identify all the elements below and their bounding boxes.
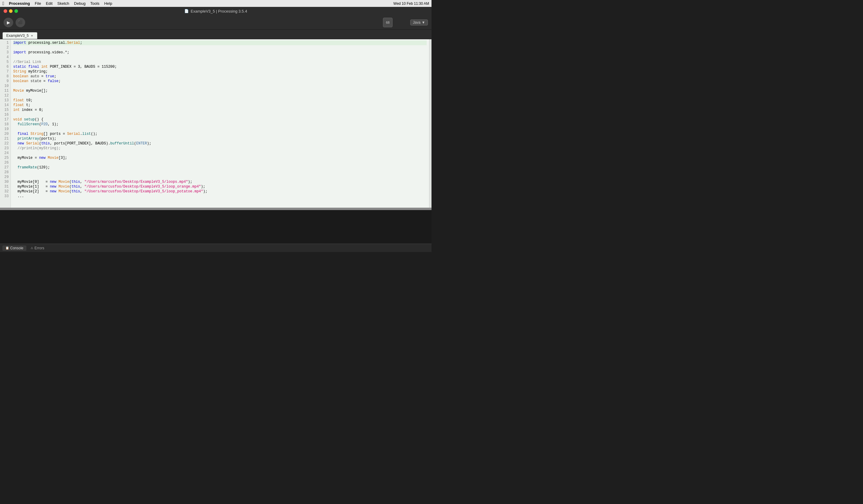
code-line-10 [13, 84, 427, 88]
console-icon: 📋 [5, 246, 9, 250]
code-line-17: void setup() { [13, 117, 427, 122]
tabs-bar: ExampleV3_5 ▼ [0, 30, 432, 39]
code-line-16 [13, 112, 427, 117]
menu-clock: Wed 10 Feb 11:30 AM [393, 1, 429, 6]
code-line-14: float t; [13, 103, 427, 108]
code-line-18: fullScreen(P2D, 1); [13, 122, 427, 127]
editor-wrapper: 1 2 3 4 5 6 7 8 9 10 11 12 13 14 15 16 1… [0, 39, 432, 252]
code-line-2 [13, 45, 427, 50]
traffic-lights [3, 9, 18, 13]
menu-bar:  Processing File Edit Sketch Debug Tool… [0, 0, 432, 7]
errors-tab[interactable]: ⚠ Errors [27, 245, 47, 251]
code-line-27: frameRate(120); [13, 165, 427, 170]
code-line-25: myMovie = new Movie[3]; [13, 155, 427, 160]
code-line-24 [13, 151, 427, 155]
code-line-8: boolean auto = true; [13, 74, 427, 79]
code-line-1: import processing.serial.Serial; [13, 40, 427, 45]
console-area: 📋 Console ⚠ Errors [0, 210, 432, 252]
menu-edit[interactable]: Edit [46, 1, 52, 6]
debug-button[interactable]: 68 [383, 18, 392, 27]
code-line-32: myMovie[2] = new Movie(this, "/Users/mar… [13, 189, 427, 194]
stop-button[interactable]: ⬛ [16, 18, 25, 27]
code-line-23: //println(myString); [13, 146, 427, 151]
dropdown-arrow-icon: ▼ [422, 21, 425, 25]
window-title: 📄 ExampleV3_5 | Processing 3.5.4 [184, 9, 247, 13]
code-editor[interactable]: import processing.serial.Serial; import … [11, 39, 429, 207]
code-line-19 [13, 127, 427, 131]
resize-handle[interactable] [0, 207, 432, 210]
run-button[interactable]: ▶ [3, 18, 13, 27]
code-line-33: ... [13, 194, 427, 199]
line-numbers: 1 2 3 4 5 6 7 8 9 10 11 12 13 14 15 16 1… [0, 39, 11, 207]
scroll-gutter[interactable] [429, 39, 432, 207]
menu-tools[interactable]: Tools [90, 1, 99, 6]
tab-examplev3-5[interactable]: ExampleV3_5 ▼ [2, 32, 37, 39]
java-mode-selector[interactable]: Java ▼ [410, 20, 428, 25]
tab-label: ExampleV3_5 [6, 34, 29, 38]
code-line-30: myMovie[0] = new Movie(this, "/Users/mar… [13, 179, 427, 184]
apple-menu[interactable]:  [2, 1, 4, 6]
menu-help[interactable]: Help [104, 1, 112, 6]
toolbar: ▶ ⬛ 68 Java ▼ [0, 15, 432, 30]
code-line-7: String myString; [13, 69, 427, 74]
code-line-28 [13, 170, 427, 175]
code-line-11: Movie myMovie[]; [13, 88, 427, 93]
menu-file[interactable]: File [35, 1, 41, 6]
menu-bar-right: Wed 10 Feb 11:30 AM [393, 1, 429, 6]
tab-dropdown-icon[interactable]: ▼ [30, 34, 34, 37]
menu-sketch[interactable]: Sketch [57, 1, 69, 6]
code-line-22: new Serial(this, ports[PORT_INDEX], BAUD… [13, 141, 427, 146]
title-bar: 📄 ExampleV3_5 | Processing 3.5.4 [0, 7, 432, 15]
code-line-20: final String[] ports = Serial.list(); [13, 131, 427, 136]
code-line-21: printArray(ports); [13, 136, 427, 141]
code-line-5: //Serial Link [13, 60, 427, 64]
console-tab[interactable]: 📋 Console [2, 245, 26, 251]
code-line-3: import processing.video.*; [13, 50, 427, 55]
minimize-button[interactable] [9, 9, 13, 13]
code-line-26 [13, 160, 427, 165]
code-line-29 [13, 175, 427, 179]
title-text: ExampleV3_5 | Processing 3.5.4 [190, 9, 247, 13]
fullscreen-button[interactable] [14, 9, 18, 13]
menu-app-name[interactable]: Processing [9, 1, 30, 6]
code-line-31: myMovie[1] = new Movie(this, "/Users/mar… [13, 184, 427, 189]
java-label: Java [413, 21, 421, 25]
menu-debug[interactable]: Debug [74, 1, 85, 6]
code-line-9: boolean state = false; [13, 79, 427, 84]
bottom-tabs-bar: 📋 Console ⚠ Errors [0, 243, 432, 252]
errors-tab-label: Errors [35, 246, 45, 250]
errors-icon: ⚠ [30, 246, 33, 250]
editor-main: 1 2 3 4 5 6 7 8 9 10 11 12 13 14 15 16 1… [0, 39, 432, 207]
code-line-4 [13, 55, 427, 60]
code-line-12 [13, 93, 427, 98]
code-line-15: int index = 0; [13, 108, 427, 112]
close-button[interactable] [3, 9, 7, 13]
menu-bar-left:  Processing File Edit Sketch Debug Tool… [2, 1, 112, 6]
console-tab-label: Console [10, 246, 23, 250]
file-icon: 📄 [184, 9, 189, 13]
code-line-6: static final int PORT_INDEX = 3, BAUDS =… [13, 64, 427, 69]
code-line-13: float t0; [13, 98, 427, 103]
